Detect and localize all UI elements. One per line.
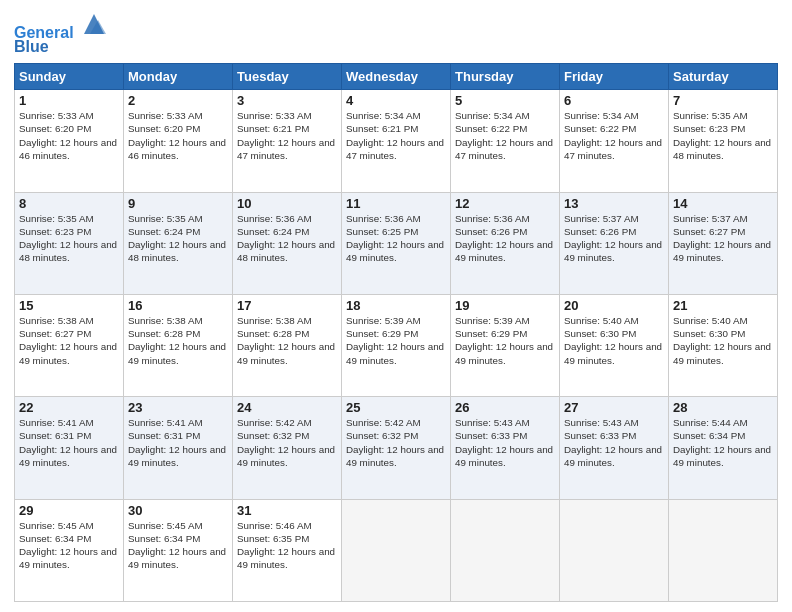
day-info: Sunrise: 5:39 AMSunset: 6:29 PMDaylight:… bbox=[455, 314, 555, 367]
day-number: 21 bbox=[673, 298, 773, 313]
day-number: 20 bbox=[564, 298, 664, 313]
day-info: Sunrise: 5:45 AMSunset: 6:34 PMDaylight:… bbox=[19, 519, 119, 572]
day-info: Sunrise: 5:37 AMSunset: 6:27 PMDaylight:… bbox=[673, 212, 773, 265]
calendar-week-4: 29Sunrise: 5:45 AMSunset: 6:34 PMDayligh… bbox=[15, 499, 778, 601]
day-number: 5 bbox=[455, 93, 555, 108]
day-info: Sunrise: 5:33 AMSunset: 6:20 PMDaylight:… bbox=[128, 109, 228, 162]
page: General Blue SundayMondayTuesdayWednesda… bbox=[0, 0, 792, 612]
calendar-cell: 16Sunrise: 5:38 AMSunset: 6:28 PMDayligh… bbox=[124, 294, 233, 396]
day-info: Sunrise: 5:37 AMSunset: 6:26 PMDaylight:… bbox=[564, 212, 664, 265]
day-info: Sunrise: 5:42 AMSunset: 6:32 PMDaylight:… bbox=[237, 416, 337, 469]
calendar-cell: 23Sunrise: 5:41 AMSunset: 6:31 PMDayligh… bbox=[124, 397, 233, 499]
day-info: Sunrise: 5:40 AMSunset: 6:30 PMDaylight:… bbox=[673, 314, 773, 367]
calendar-cell: 14Sunrise: 5:37 AMSunset: 6:27 PMDayligh… bbox=[669, 192, 778, 294]
calendar: SundayMondayTuesdayWednesdayThursdayFrid… bbox=[14, 63, 778, 602]
calendar-cell: 7Sunrise: 5:35 AMSunset: 6:23 PMDaylight… bbox=[669, 90, 778, 192]
day-info: Sunrise: 5:41 AMSunset: 6:31 PMDaylight:… bbox=[19, 416, 119, 469]
calendar-cell: 8Sunrise: 5:35 AMSunset: 6:23 PMDaylight… bbox=[15, 192, 124, 294]
day-number: 11 bbox=[346, 196, 446, 211]
day-number: 24 bbox=[237, 400, 337, 415]
day-header-friday: Friday bbox=[560, 64, 669, 90]
calendar-week-3: 22Sunrise: 5:41 AMSunset: 6:31 PMDayligh… bbox=[15, 397, 778, 499]
day-number: 16 bbox=[128, 298, 228, 313]
calendar-cell: 28Sunrise: 5:44 AMSunset: 6:34 PMDayligh… bbox=[669, 397, 778, 499]
calendar-cell: 13Sunrise: 5:37 AMSunset: 6:26 PMDayligh… bbox=[560, 192, 669, 294]
calendar-cell: 19Sunrise: 5:39 AMSunset: 6:29 PMDayligh… bbox=[451, 294, 560, 396]
calendar-cell: 20Sunrise: 5:40 AMSunset: 6:30 PMDayligh… bbox=[560, 294, 669, 396]
day-info: Sunrise: 5:44 AMSunset: 6:34 PMDaylight:… bbox=[673, 416, 773, 469]
day-info: Sunrise: 5:39 AMSunset: 6:29 PMDaylight:… bbox=[346, 314, 446, 367]
calendar-cell: 5Sunrise: 5:34 AMSunset: 6:22 PMDaylight… bbox=[451, 90, 560, 192]
day-info: Sunrise: 5:38 AMSunset: 6:28 PMDaylight:… bbox=[237, 314, 337, 367]
logo: General Blue bbox=[14, 10, 108, 55]
calendar-cell: 30Sunrise: 5:45 AMSunset: 6:34 PMDayligh… bbox=[124, 499, 233, 601]
calendar-cell: 11Sunrise: 5:36 AMSunset: 6:25 PMDayligh… bbox=[342, 192, 451, 294]
calendar-cell bbox=[560, 499, 669, 601]
day-number: 2 bbox=[128, 93, 228, 108]
calendar-cell: 29Sunrise: 5:45 AMSunset: 6:34 PMDayligh… bbox=[15, 499, 124, 601]
day-number: 29 bbox=[19, 503, 119, 518]
calendar-cell: 25Sunrise: 5:42 AMSunset: 6:32 PMDayligh… bbox=[342, 397, 451, 499]
day-number: 18 bbox=[346, 298, 446, 313]
day-header-tuesday: Tuesday bbox=[233, 64, 342, 90]
calendar-cell: 18Sunrise: 5:39 AMSunset: 6:29 PMDayligh… bbox=[342, 294, 451, 396]
day-number: 27 bbox=[564, 400, 664, 415]
calendar-cell bbox=[669, 499, 778, 601]
day-info: Sunrise: 5:38 AMSunset: 6:27 PMDaylight:… bbox=[19, 314, 119, 367]
calendar-cell: 6Sunrise: 5:34 AMSunset: 6:22 PMDaylight… bbox=[560, 90, 669, 192]
calendar-week-1: 8Sunrise: 5:35 AMSunset: 6:23 PMDaylight… bbox=[15, 192, 778, 294]
day-number: 15 bbox=[19, 298, 119, 313]
day-number: 10 bbox=[237, 196, 337, 211]
day-number: 13 bbox=[564, 196, 664, 211]
calendar-cell: 31Sunrise: 5:46 AMSunset: 6:35 PMDayligh… bbox=[233, 499, 342, 601]
calendar-cell: 3Sunrise: 5:33 AMSunset: 6:21 PMDaylight… bbox=[233, 90, 342, 192]
day-header-monday: Monday bbox=[124, 64, 233, 90]
calendar-cell bbox=[342, 499, 451, 601]
day-number: 19 bbox=[455, 298, 555, 313]
calendar-cell: 17Sunrise: 5:38 AMSunset: 6:28 PMDayligh… bbox=[233, 294, 342, 396]
day-number: 8 bbox=[19, 196, 119, 211]
logo-icon bbox=[80, 10, 108, 38]
calendar-cell: 9Sunrise: 5:35 AMSunset: 6:24 PMDaylight… bbox=[124, 192, 233, 294]
calendar-cell: 12Sunrise: 5:36 AMSunset: 6:26 PMDayligh… bbox=[451, 192, 560, 294]
day-info: Sunrise: 5:34 AMSunset: 6:22 PMDaylight:… bbox=[455, 109, 555, 162]
day-number: 17 bbox=[237, 298, 337, 313]
day-info: Sunrise: 5:33 AMSunset: 6:21 PMDaylight:… bbox=[237, 109, 337, 162]
day-info: Sunrise: 5:35 AMSunset: 6:23 PMDaylight:… bbox=[19, 212, 119, 265]
day-number: 7 bbox=[673, 93, 773, 108]
day-info: Sunrise: 5:34 AMSunset: 6:21 PMDaylight:… bbox=[346, 109, 446, 162]
calendar-week-0: 1Sunrise: 5:33 AMSunset: 6:20 PMDaylight… bbox=[15, 90, 778, 192]
day-info: Sunrise: 5:43 AMSunset: 6:33 PMDaylight:… bbox=[455, 416, 555, 469]
calendar-week-2: 15Sunrise: 5:38 AMSunset: 6:27 PMDayligh… bbox=[15, 294, 778, 396]
calendar-cell: 26Sunrise: 5:43 AMSunset: 6:33 PMDayligh… bbox=[451, 397, 560, 499]
day-info: Sunrise: 5:41 AMSunset: 6:31 PMDaylight:… bbox=[128, 416, 228, 469]
day-header-thursday: Thursday bbox=[451, 64, 560, 90]
calendar-cell: 2Sunrise: 5:33 AMSunset: 6:20 PMDaylight… bbox=[124, 90, 233, 192]
day-number: 31 bbox=[237, 503, 337, 518]
day-info: Sunrise: 5:35 AMSunset: 6:24 PMDaylight:… bbox=[128, 212, 228, 265]
header: General Blue bbox=[14, 10, 778, 55]
day-header-sunday: Sunday bbox=[15, 64, 124, 90]
calendar-cell: 24Sunrise: 5:42 AMSunset: 6:32 PMDayligh… bbox=[233, 397, 342, 499]
logo-text: General bbox=[14, 10, 108, 42]
calendar-cell: 10Sunrise: 5:36 AMSunset: 6:24 PMDayligh… bbox=[233, 192, 342, 294]
calendar-cell: 4Sunrise: 5:34 AMSunset: 6:21 PMDaylight… bbox=[342, 90, 451, 192]
day-header-wednesday: Wednesday bbox=[342, 64, 451, 90]
calendar-cell: 21Sunrise: 5:40 AMSunset: 6:30 PMDayligh… bbox=[669, 294, 778, 396]
calendar-cell: 15Sunrise: 5:38 AMSunset: 6:27 PMDayligh… bbox=[15, 294, 124, 396]
day-info: Sunrise: 5:34 AMSunset: 6:22 PMDaylight:… bbox=[564, 109, 664, 162]
day-number: 26 bbox=[455, 400, 555, 415]
day-info: Sunrise: 5:45 AMSunset: 6:34 PMDaylight:… bbox=[128, 519, 228, 572]
day-number: 12 bbox=[455, 196, 555, 211]
day-number: 14 bbox=[673, 196, 773, 211]
calendar-cell bbox=[451, 499, 560, 601]
day-number: 4 bbox=[346, 93, 446, 108]
day-number: 22 bbox=[19, 400, 119, 415]
day-info: Sunrise: 5:43 AMSunset: 6:33 PMDaylight:… bbox=[564, 416, 664, 469]
day-info: Sunrise: 5:46 AMSunset: 6:35 PMDaylight:… bbox=[237, 519, 337, 572]
day-number: 23 bbox=[128, 400, 228, 415]
calendar-cell: 27Sunrise: 5:43 AMSunset: 6:33 PMDayligh… bbox=[560, 397, 669, 499]
day-header-saturday: Saturday bbox=[669, 64, 778, 90]
day-info: Sunrise: 5:35 AMSunset: 6:23 PMDaylight:… bbox=[673, 109, 773, 162]
day-info: Sunrise: 5:33 AMSunset: 6:20 PMDaylight:… bbox=[19, 109, 119, 162]
